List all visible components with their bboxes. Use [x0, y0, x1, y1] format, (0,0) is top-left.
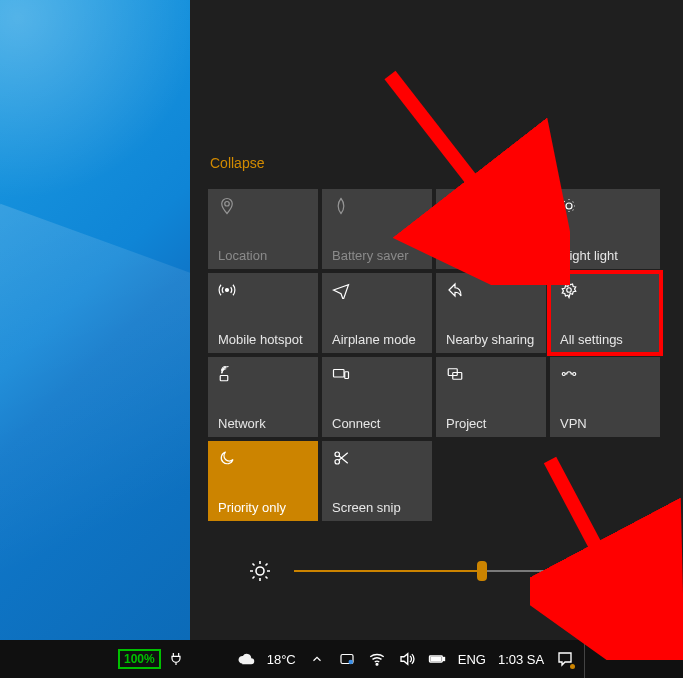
action-center-panel: Collapse Location Battery saver Bluetoot… [190, 0, 683, 640]
tile-nearby-sharing[interactable]: Nearby sharing [436, 273, 546, 353]
brightness-control [248, 559, 655, 583]
battery-percent-badge[interactable]: 100% [118, 649, 161, 669]
location-icon [218, 197, 236, 215]
tile-label: Screen snip [332, 501, 424, 515]
svg-rect-4 [220, 376, 228, 381]
desktop-wallpaper [0, 0, 190, 640]
tile-location[interactable]: Location [208, 189, 318, 269]
tile-priority-only[interactable]: Priority only [208, 441, 318, 521]
svg-rect-5 [334, 370, 345, 378]
svg-rect-18 [443, 658, 445, 661]
tile-label: Mobile hotspot [218, 333, 310, 347]
tile-label: Location [218, 249, 310, 263]
svg-point-15 [348, 660, 353, 665]
tile-label: Airplane mode [332, 333, 424, 347]
tile-label: Network [218, 417, 310, 431]
svg-point-10 [573, 373, 576, 376]
bluetooth-icon [446, 197, 464, 215]
svg-rect-19 [431, 658, 441, 661]
tile-label: Bluetooth [446, 249, 538, 263]
wifi-icon[interactable] [368, 650, 386, 668]
show-desktop-button[interactable] [584, 640, 590, 678]
tile-label: Connect [332, 417, 424, 431]
airplane-icon [332, 281, 350, 299]
brightness-slider[interactable] [294, 561, 655, 581]
tile-label: Priority only [218, 501, 310, 515]
svg-point-2 [226, 289, 229, 292]
collapse-link[interactable]: Collapse [210, 155, 665, 171]
gear-icon [560, 281, 578, 299]
tile-label: Project [446, 417, 538, 431]
svg-point-0 [225, 202, 230, 207]
tile-screen-snip[interactable]: Screen snip [322, 441, 432, 521]
tile-battery-saver[interactable]: Battery saver [322, 189, 432, 269]
tile-all-settings[interactable]: All settings [550, 273, 660, 353]
tile-vpn[interactable]: VPN [550, 357, 660, 437]
moon-icon [218, 449, 236, 467]
weather-temp[interactable]: 18°C [267, 652, 296, 667]
svg-point-16 [376, 663, 378, 665]
svg-rect-6 [345, 372, 349, 379]
svg-point-9 [562, 373, 565, 376]
vpn-icon [560, 365, 578, 383]
tile-label: Nearby sharing [446, 333, 538, 347]
connect-icon [332, 365, 350, 383]
tray-chevron-icon[interactable] [308, 650, 326, 668]
share-icon [446, 281, 464, 299]
brightness-icon [248, 559, 272, 583]
onedrive-icon[interactable] [338, 650, 356, 668]
tile-mobile-hotspot[interactable]: Mobile hotspot [208, 273, 318, 353]
svg-point-3 [567, 288, 572, 293]
network-icon [218, 365, 236, 383]
project-icon [446, 365, 464, 383]
volume-icon[interactable] [398, 650, 416, 668]
tile-label: All settings [560, 333, 652, 347]
clock[interactable]: 1:03 SA [498, 652, 544, 667]
snip-icon [332, 449, 350, 467]
svg-point-13 [256, 567, 264, 575]
leaf-icon [332, 197, 350, 215]
quick-action-tiles: Location Battery saver Bluetooth Night l… [208, 189, 665, 521]
tile-label: Night light [560, 249, 652, 263]
taskbar: 100% 18°C ENG 1:03 SA [0, 640, 683, 678]
tile-bluetooth[interactable]: Bluetooth [436, 189, 546, 269]
tile-network[interactable]: Network [208, 357, 318, 437]
nightlight-icon [560, 197, 578, 215]
battery-icon[interactable] [428, 650, 446, 668]
tile-airplane-mode[interactable]: Airplane mode [322, 273, 432, 353]
tile-project[interactable]: Project [436, 357, 546, 437]
weather-icon[interactable] [237, 650, 255, 668]
tile-connect[interactable]: Connect [322, 357, 432, 437]
tile-label: Battery saver [332, 249, 424, 263]
tile-label: VPN [560, 417, 652, 431]
hotspot-icon [218, 281, 236, 299]
svg-point-1 [566, 203, 572, 209]
notification-center-icon[interactable] [556, 650, 574, 668]
language-indicator[interactable]: ENG [458, 652, 486, 667]
tile-night-light[interactable]: Night light [550, 189, 660, 269]
power-plug-icon[interactable] [167, 650, 185, 668]
